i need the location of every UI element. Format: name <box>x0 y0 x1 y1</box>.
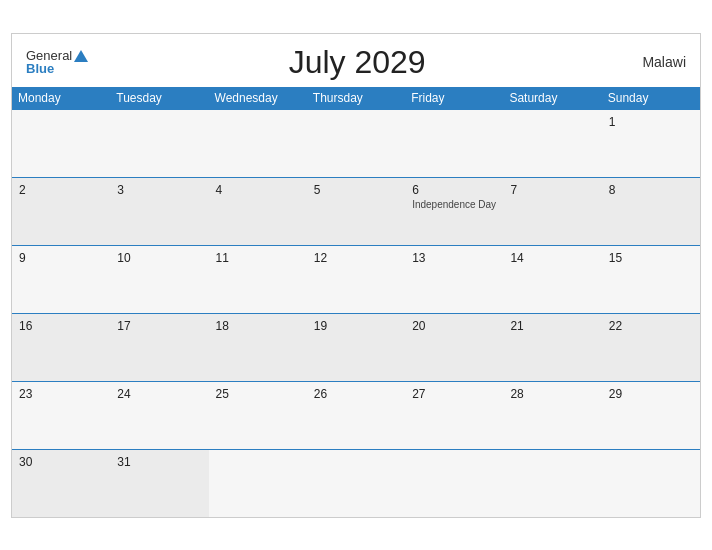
date-5: 5 <box>314 183 398 197</box>
date-4: 4 <box>216 183 300 197</box>
cell-1-5 <box>405 109 503 177</box>
date-20: 20 <box>412 319 496 333</box>
cell-5-3: 25 <box>209 381 307 449</box>
day-header-monday: Monday <box>12 87 110 109</box>
cell-5-4: 26 <box>307 381 405 449</box>
date-22: 22 <box>609 319 693 333</box>
cell-3-6: 14 <box>503 245 601 313</box>
date-27: 27 <box>412 387 496 401</box>
cell-2-1: 2 <box>12 177 110 245</box>
cell-3-7: 15 <box>602 245 700 313</box>
calendar-header: General Blue July 2029 Malawi <box>12 34 700 87</box>
day-header-friday: Friday <box>405 87 503 109</box>
calendar-row-4: 16 17 18 19 20 21 22 <box>12 313 700 381</box>
calendar-row-6: 30 31 <box>12 449 700 517</box>
date-26: 26 <box>314 387 398 401</box>
cell-2-2: 3 <box>110 177 208 245</box>
logo-blue-text: Blue <box>26 62 88 75</box>
cell-1-2 <box>110 109 208 177</box>
cell-4-1: 16 <box>12 313 110 381</box>
day-header-sunday: Sunday <box>602 87 700 109</box>
date-17: 17 <box>117 319 201 333</box>
date-24: 24 <box>117 387 201 401</box>
cell-4-3: 18 <box>209 313 307 381</box>
date-31: 31 <box>117 455 201 469</box>
logo: General Blue <box>26 49 88 75</box>
date-10: 10 <box>117 251 201 265</box>
calendar-row-2: 2 3 4 5 6 Independence Day 7 8 <box>12 177 700 245</box>
cell-6-5 <box>405 449 503 517</box>
cell-4-5: 20 <box>405 313 503 381</box>
calendar: General Blue July 2029 Malawi Monday Tue… <box>11 33 701 518</box>
date-3: 3 <box>117 183 201 197</box>
cell-2-4: 5 <box>307 177 405 245</box>
date-9: 9 <box>19 251 103 265</box>
cell-3-4: 12 <box>307 245 405 313</box>
day-header-tuesday: Tuesday <box>110 87 208 109</box>
date-1: 1 <box>609 115 693 129</box>
date-2: 2 <box>19 183 103 197</box>
date-21: 21 <box>510 319 594 333</box>
date-13: 13 <box>412 251 496 265</box>
calendar-row-3: 9 10 11 12 13 14 15 <box>12 245 700 313</box>
cell-6-7 <box>602 449 700 517</box>
date-15: 15 <box>609 251 693 265</box>
cell-4-7: 22 <box>602 313 700 381</box>
date-25: 25 <box>216 387 300 401</box>
event-independence-day: Independence Day <box>412 199 496 210</box>
cell-4-2: 17 <box>110 313 208 381</box>
date-28: 28 <box>510 387 594 401</box>
day-header-saturday: Saturday <box>503 87 601 109</box>
day-header-thursday: Thursday <box>307 87 405 109</box>
cell-1-4 <box>307 109 405 177</box>
day-headers: Monday Tuesday Wednesday Thursday Friday… <box>12 87 700 109</box>
cell-4-4: 19 <box>307 313 405 381</box>
date-11: 11 <box>216 251 300 265</box>
cell-1-1 <box>12 109 110 177</box>
date-19: 19 <box>314 319 398 333</box>
date-18: 18 <box>216 319 300 333</box>
cell-5-5: 27 <box>405 381 503 449</box>
date-23: 23 <box>19 387 103 401</box>
cell-2-3: 4 <box>209 177 307 245</box>
logo-triangle-icon <box>74 50 88 62</box>
cell-3-5: 13 <box>405 245 503 313</box>
date-14: 14 <box>510 251 594 265</box>
cell-3-3: 11 <box>209 245 307 313</box>
cell-1-6 <box>503 109 601 177</box>
cell-6-4 <box>307 449 405 517</box>
cell-2-6: 7 <box>503 177 601 245</box>
cell-1-3 <box>209 109 307 177</box>
date-30: 30 <box>19 455 103 469</box>
calendar-title: July 2029 <box>88 44 626 81</box>
cell-6-1: 30 <box>12 449 110 517</box>
cell-5-1: 23 <box>12 381 110 449</box>
calendar-row-1: 1 <box>12 109 700 177</box>
cell-6-3 <box>209 449 307 517</box>
cell-5-6: 28 <box>503 381 601 449</box>
cell-1-7: 1 <box>602 109 700 177</box>
cell-6-6 <box>503 449 601 517</box>
date-8: 8 <box>609 183 693 197</box>
cell-4-6: 21 <box>503 313 601 381</box>
date-16: 16 <box>19 319 103 333</box>
cell-2-5: 6 Independence Day <box>405 177 503 245</box>
calendar-row-5: 23 24 25 26 27 28 29 <box>12 381 700 449</box>
cell-5-7: 29 <box>602 381 700 449</box>
date-12: 12 <box>314 251 398 265</box>
cell-3-1: 9 <box>12 245 110 313</box>
cell-3-2: 10 <box>110 245 208 313</box>
cell-5-2: 24 <box>110 381 208 449</box>
cell-2-7: 8 <box>602 177 700 245</box>
date-7: 7 <box>510 183 594 197</box>
date-6: 6 <box>412 183 496 197</box>
cell-6-2: 31 <box>110 449 208 517</box>
country-name: Malawi <box>626 54 686 70</box>
day-header-wednesday: Wednesday <box>209 87 307 109</box>
date-29: 29 <box>609 387 693 401</box>
